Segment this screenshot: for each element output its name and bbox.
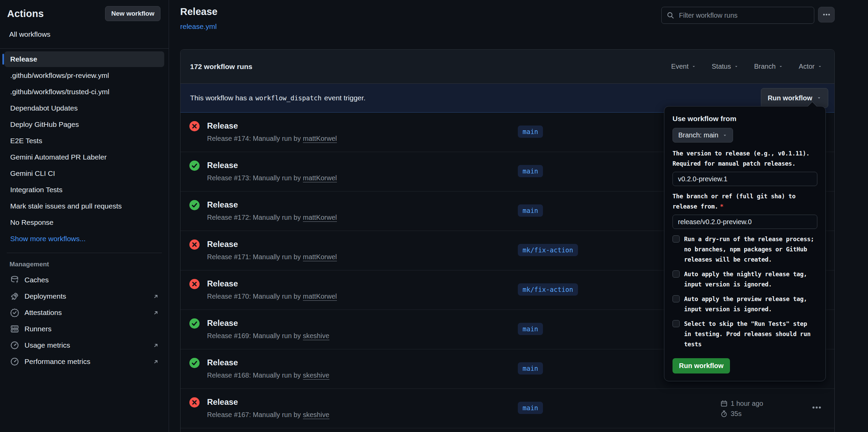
sidebar-item-e2e-tests[interactable]: E2E Tests [4,133,164,149]
run-title[interactable]: Release [207,279,238,288]
sidebar-item-performance-metrics[interactable]: Performance metrics [4,354,164,369]
run-desc-text: Release #168: Manually run by [207,371,301,379]
stopwatch-icon [720,410,728,417]
run-actor-link[interactable]: mattKorwel [303,135,337,143]
run-actor-link[interactable]: skeshive [303,411,329,419]
chevron-down-icon [779,64,783,69]
external-link-icon [152,358,159,365]
run-actor-link[interactable]: mattKorwel [303,253,337,261]
sidebar-item-integration-tests[interactable]: Integration Tests [4,182,164,198]
preview-tag-option: Auto apply the preview release tag, inpu… [673,294,817,314]
run-description: Release #170: Manually run bymattKorwel [207,293,337,300]
run-actor-link[interactable]: mattKorwel [303,293,337,301]
run-time: 1 hour ago [731,400,763,408]
sidebar-item-no-response[interactable]: No Response [4,215,164,230]
dry-run-option: Run a dry-run of the release process; no… [673,234,817,265]
branch-label[interactable]: main [518,165,543,177]
sidebar-item-release[interactable]: Release [4,51,164,67]
chevron-down-icon [722,133,727,138]
run-workflow-dropdown-button[interactable]: Run workflow [761,88,828,108]
sidebar-item-runners[interactable]: Runners [4,321,164,337]
run-actor-link[interactable]: skeshive [303,332,329,340]
nightly-tag-label: Auto apply the nightly release tag, inpu… [684,269,815,289]
management-item-label: Usage metrics [24,341,70,349]
sidebar-item-attestations[interactable]: Attestations [4,305,164,320]
ref-input[interactable] [673,215,817,229]
dry-run-checkbox[interactable] [673,235,680,243]
sidebar-item-deployments[interactable]: Deployments [4,288,164,304]
branch-label[interactable]: mk/fix-action [518,244,578,256]
workflow-file-link[interactable]: release.yml [180,22,217,31]
skip-tests-checkbox[interactable] [673,320,680,327]
filter-status-dropdown[interactable]: Status [712,63,738,70]
x-circle-icon [189,279,200,289]
run-title[interactable]: Release [207,200,238,210]
search-icon [667,12,674,19]
sidebar-divider [7,253,162,253]
meter-icon [10,357,19,366]
x-circle-icon [189,397,200,408]
sidebar-item-pr-review[interactable]: .github/workflows/pr-review.yml [4,68,164,83]
new-workflow-button[interactable]: New workflow [105,6,160,21]
run-title[interactable]: Release [207,397,238,407]
chevron-down-icon [817,96,821,100]
branch-label[interactable]: main [518,362,543,375]
chevron-down-icon [818,64,822,69]
sidebar-item-trusted-ci[interactable]: .github/workflows/trusted-ci.yml [4,84,164,100]
sidebar-item-gemini-pr-labeler[interactable]: Gemini Automated PR Labeler [4,149,164,165]
branch-selector-button[interactable]: Branch: main [673,128,733,143]
run-desc-text: Release #172: Manually run by [207,214,301,221]
run-title[interactable]: Release [207,239,238,249]
run-desc-text: Release #174: Manually run by [207,135,301,142]
database-icon [10,276,19,284]
chevron-down-icon [692,64,696,69]
management-item-label: Deployments [24,292,66,300]
version-input[interactable] [673,172,817,186]
nightly-tag-option: Auto apply the nightly release tag, inpu… [673,269,817,289]
sidebar-item-dependabot-updates[interactable]: Dependabot Updates [4,100,164,116]
run-title[interactable]: Release [207,358,238,367]
filter-event-dropdown[interactable]: Event [671,63,696,70]
filter-actor-dropdown[interactable]: Actor [799,63,822,70]
sidebar-item-caches[interactable]: Caches [4,272,164,288]
ref-field-description: The branch or ref (full git sha) to rele… [673,191,817,212]
sidebar-item-gemini-cli-ci[interactable]: Gemini CLI CI [4,166,164,181]
nightly-tag-checkbox[interactable] [673,270,680,278]
branch-label[interactable]: main [518,323,543,335]
run-title[interactable]: Release [207,318,238,328]
management-item-label: Performance metrics [24,358,90,366]
run-actor-link[interactable]: mattKorwel [303,214,337,222]
branch-label[interactable]: main [518,402,543,414]
run-actor-link[interactable]: skeshive [303,371,329,380]
run-description: Release #171: Manually run bymattKorwel [207,253,337,261]
verified-icon [10,308,19,317]
run-actor-link[interactable]: mattKorwel [303,174,337,182]
run-meta: 1 hour ago 35s [720,398,763,419]
external-link-icon [152,342,159,349]
filter-branch-dropdown[interactable]: Branch [754,63,783,70]
banner-text-after: event trigger. [324,94,365,102]
filter-label: Actor [799,63,815,70]
preview-tag-checkbox[interactable] [673,295,680,302]
sidebar-item-usage-metrics[interactable]: Usage metrics [4,337,164,353]
show-more-workflows-link[interactable]: Show more workflows... [4,231,164,247]
run-options-kebab-icon[interactable] [812,402,822,413]
run-workflow-dropdown-label: Run workflow [768,94,812,102]
branch-label[interactable]: mk/fix-action [518,283,578,296]
workflow-options-kebab-button[interactable] [818,7,835,22]
check-circle-icon [189,161,200,171]
run-title[interactable]: Release [207,161,238,170]
workflow-run-row[interactable]: Release Release #167: Manually run byske… [181,389,834,428]
run-title[interactable]: Release [207,121,238,131]
banner-text: This workflow has a workflow_dispatch ev… [190,94,365,102]
management-item-label: Runners [24,325,51,333]
ref-field-text: The branch or ref (full git sha) to rele… [673,193,796,210]
branch-label[interactable]: main [518,204,543,217]
filter-workflow-runs-input[interactable] [678,11,809,20]
sidebar-item-deploy-github-pages[interactable]: Deploy GitHub Pages [4,117,164,132]
branch-label[interactable]: main [518,126,543,138]
all-workflows-link[interactable]: All workflows [9,30,169,38]
management-item-label: Caches [24,276,49,284]
sidebar-item-mark-stale[interactable]: Mark stale issues and pull requests [4,198,164,214]
run-workflow-submit-button[interactable]: Run workflow [673,358,730,373]
